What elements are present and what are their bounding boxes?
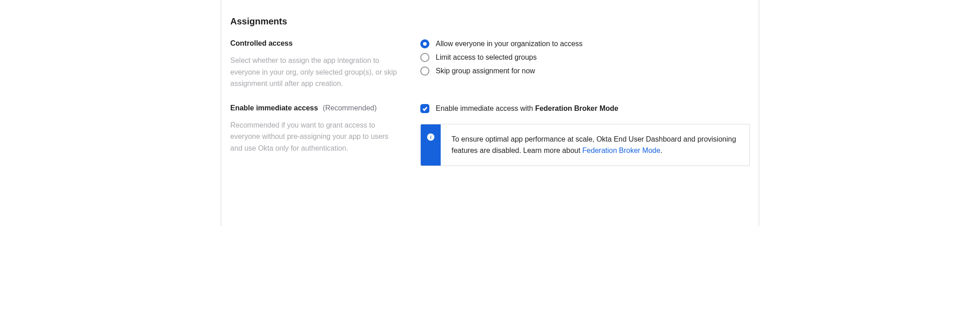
immediate-access-checkbox-label: Enable immediate access with Federation … [436,104,618,113]
radio-unselected-icon [420,53,429,62]
immediate-access-hint: (Recommended) [323,104,376,112]
immediate-access-checkbox[interactable]: Enable immediate access with Federation … [420,104,750,113]
controlled-access-radio-group: Allow everyone in your organization to a… [420,39,750,76]
radio-limit-groups[interactable]: Limit access to selected groups [420,53,750,62]
controlled-access-label: Controlled access [230,39,402,48]
radio-allow-everyone-label: Allow everyone in your organization to a… [436,40,583,48]
section-title-assignments: Assignments [230,16,750,27]
checkbox-label-prefix: Enable immediate access with [436,104,535,112]
controlled-access-description: Select whether to assign the app integra… [230,55,402,90]
immediate-access-label-wrap: Enable immediate access (Recommended) [230,104,402,112]
controlled-access-right: Allow everyone in your organization to a… [420,39,750,90]
info-sidebar: i [421,124,441,166]
assignments-panel: Assignments Controlled access Select whe… [221,0,759,226]
immediate-access-right: Enable immediate access with Federation … [420,104,750,166]
radio-limit-groups-label: Limit access to selected groups [436,53,537,62]
radio-allow-everyone[interactable]: Allow everyone in your organization to a… [420,39,750,48]
radio-skip-assignment-label: Skip group assignment for now [436,67,535,75]
immediate-access-row: Enable immediate access (Recommended) Re… [230,104,750,166]
checkbox-label-strong: Federation Broker Mode [535,104,618,112]
immediate-access-left: Enable immediate access (Recommended) Re… [230,104,402,166]
check-icon [422,106,428,111]
immediate-access-label: Enable immediate access [230,104,318,112]
info-icon: i [427,133,434,141]
info-suffix: . [661,147,662,154]
info-content: To ensure optimal app performance at sca… [441,124,749,166]
federation-broker-mode-link[interactable]: Federation Broker Mode [582,147,661,154]
radio-skip-assignment[interactable]: Skip group assignment for now [420,66,750,76]
radio-unselected-icon [420,66,429,76]
controlled-access-left: Controlled access Select whether to assi… [230,39,402,90]
immediate-access-description: Recommended if you want to grant access … [230,119,402,154]
controlled-access-row: Controlled access Select whether to assi… [230,39,750,90]
checkbox-checked-icon [420,104,429,113]
info-box: i To ensure optimal app performance at s… [420,124,750,166]
radio-selected-icon [420,39,429,48]
